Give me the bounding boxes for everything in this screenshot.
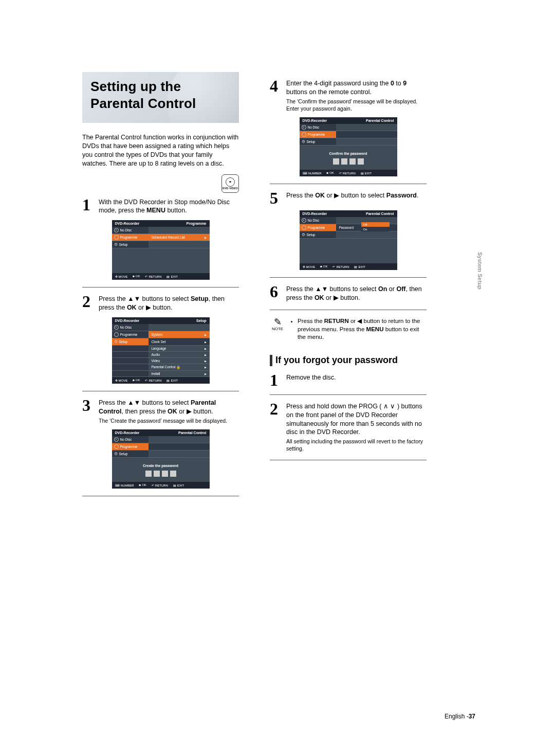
section-title: Setting up the Parental Control: [90, 78, 231, 112]
screen-confirm-password: DVD-RecorderParental Control No Disc Pro…: [300, 117, 397, 176]
screen-programme: DVD-RecorderProgramme No Disc ProgrammeS…: [112, 220, 210, 280]
left-column: Setting up the Parental Control The Pare…: [82, 72, 239, 503]
globe-icon: [114, 235, 119, 240]
page-footer: English -37: [445, 713, 475, 720]
step-4: 4 Enter the 4-digit password using the 0…: [270, 79, 427, 112]
intro-text: The Parental Control function works in c…: [82, 133, 239, 168]
forgot-step-1: 1 Remove the disc.: [270, 373, 427, 387]
screen-password-select: DVD-RecorderParental Control No Disc Pro…: [300, 210, 397, 270]
forgot-step-2: 2 Press and hold down the PROG ( ∧ ∨ ) b…: [270, 402, 427, 453]
side-tab: System Setup: [477, 252, 483, 290]
note-block: ✎ NOTE Press the RETURN or ◀ button to r…: [270, 317, 427, 341]
screen-create-password: DVD-RecorderParental Control No Disc Pro…: [112, 429, 210, 489]
forgot-password-heading: If you forgot your password: [270, 355, 427, 366]
step-2: 2 Press the ▲▼ buttons to select Setup, …: [82, 295, 239, 312]
divider: [82, 287, 239, 287]
note-icon: ✎: [270, 317, 285, 327]
step-1: 1 With the DVD Recorder in Stop mode/No …: [82, 198, 239, 215]
step-3: 3 Press the ▲▼ buttons to select Parenta…: [82, 399, 239, 424]
dvd-video-icon: DVD-VIDEO: [221, 174, 239, 193]
section-title-box: Setting up the Parental Control: [82, 72, 239, 123]
disc-icon: [114, 228, 119, 232]
gear-icon: ⚙: [114, 242, 118, 247]
step-6: 6 Press the ▲▼ buttons to select On or O…: [270, 285, 427, 302]
step-5: 5 Press the OK or ▶ button to select Pas…: [270, 191, 427, 205]
right-column: 4 Enter the 4-digit password using the 0…: [270, 72, 427, 503]
screen-setup: DVD-RecorderSetup No Disc ProgrammeSyste…: [112, 317, 210, 384]
